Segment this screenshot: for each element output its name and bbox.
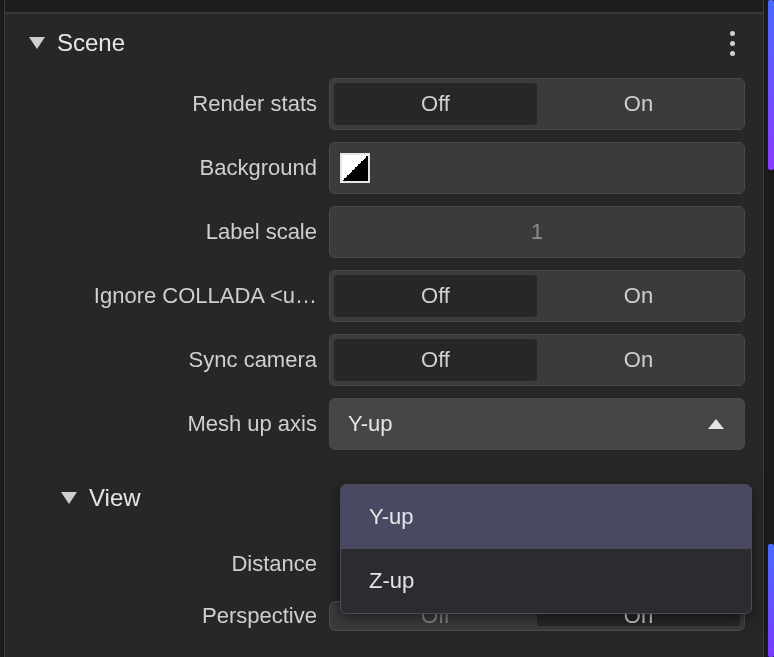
render-stats-off[interactable]: Off xyxy=(334,83,537,125)
mesh-up-axis-dropdown[interactable]: Y-up Z-up xyxy=(340,484,752,614)
sync-camera-toggle[interactable]: Off On xyxy=(329,334,745,386)
scene-title: Scene xyxy=(57,29,125,57)
chevron-up-icon xyxy=(708,419,724,429)
scene-header-left: Scene xyxy=(29,29,125,57)
dropdown-option-y-up[interactable]: Y-up xyxy=(341,485,751,549)
ignore-collada-row: Ignore COLLADA <u… Off On xyxy=(5,264,763,328)
accent-line-bottom xyxy=(768,544,774,657)
svg-marker-2 xyxy=(61,492,77,504)
ignore-collada-toggle[interactable]: Off On xyxy=(329,270,745,322)
ignore-collada-on[interactable]: On xyxy=(537,275,740,317)
chevron-down-icon xyxy=(61,492,77,504)
right-accent xyxy=(766,0,774,657)
background-label: Background xyxy=(5,155,329,181)
render-stats-on[interactable]: On xyxy=(537,83,740,125)
sync-camera-row: Sync camera Off On xyxy=(5,328,763,392)
background-swatch-icon xyxy=(340,153,370,183)
accent-line-top xyxy=(768,0,774,170)
mesh-up-axis-row: Mesh up axis Y-up xyxy=(5,392,763,456)
sync-camera-on[interactable]: On xyxy=(537,339,740,381)
render-stats-label: Render stats xyxy=(5,91,329,117)
mesh-up-axis-label: Mesh up axis xyxy=(5,411,329,437)
chevron-down-icon xyxy=(29,37,45,49)
panel-root: Scene Render stats Off On Background xyxy=(0,0,774,657)
mesh-up-axis-value: Y-up xyxy=(348,411,392,437)
svg-marker-1 xyxy=(708,419,724,429)
render-stats-toggle[interactable]: Off On xyxy=(329,78,745,130)
view-title: View xyxy=(89,484,141,512)
label-scale-row: Label scale 1 xyxy=(5,200,763,264)
top-gap xyxy=(5,0,763,12)
label-scale-value: 1 xyxy=(330,207,744,257)
ignore-collada-off[interactable]: Off xyxy=(334,275,537,317)
render-stats-row: Render stats Off On xyxy=(5,72,763,136)
label-scale-label: Label scale xyxy=(5,219,329,245)
ignore-collada-label: Ignore COLLADA <u… xyxy=(5,283,329,309)
settings-panel: Scene Render stats Off On Background xyxy=(4,0,764,657)
svg-marker-0 xyxy=(29,37,45,49)
dropdown-option-z-up[interactable]: Z-up xyxy=(341,549,751,613)
kebab-menu-icon[interactable] xyxy=(724,25,741,62)
scene-section-header[interactable]: Scene xyxy=(5,14,763,72)
background-color-button[interactable] xyxy=(329,142,745,194)
sync-camera-label: Sync camera xyxy=(5,347,329,373)
mesh-up-axis-select[interactable]: Y-up xyxy=(329,398,745,450)
label-scale-input[interactable]: 1 xyxy=(329,206,745,258)
background-row: Background xyxy=(5,136,763,200)
sync-camera-off[interactable]: Off xyxy=(334,339,537,381)
perspective-label: Perspective xyxy=(5,603,329,629)
distance-label: Distance xyxy=(5,551,329,577)
